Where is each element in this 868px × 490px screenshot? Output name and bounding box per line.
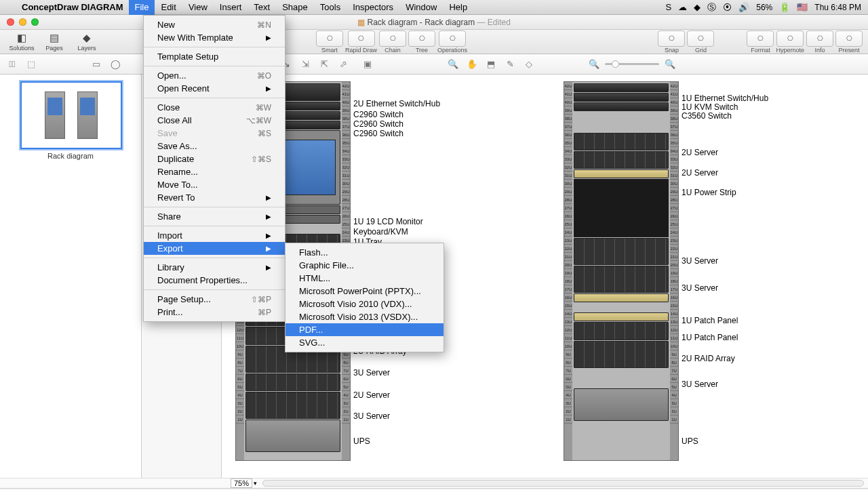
diamond-icon[interactable]: ◆ <box>694 2 701 12</box>
menu-item-print-[interactable]: Print...⌘P <box>144 306 285 319</box>
device-server[interactable] <box>574 341 669 368</box>
zoom-in-icon2[interactable]: 🔍 <box>663 58 677 70</box>
menu-item-open-[interactable]: Open...⌘O <box>144 69 285 82</box>
device-powerstrip[interactable] <box>574 169 669 178</box>
menu-tools[interactable]: Tools <box>314 0 347 15</box>
device-patch-panel[interactable] <box>574 312 669 321</box>
menu-item-open-recent[interactable]: Open Recent▶ <box>144 82 285 95</box>
menu-window[interactable]: Window <box>399 0 443 15</box>
menu-insert[interactable]: Insert <box>214 0 248 15</box>
menu-item-new-with-template[interactable]: New With Template▶ <box>144 31 285 44</box>
eyedropper-icon[interactable]: ✎ <box>503 58 517 70</box>
device-server[interactable] <box>574 238 669 265</box>
zoom-select[interactable]: 75% <box>231 478 252 488</box>
zoom-out-icon[interactable]: 🔍 <box>587 58 601 70</box>
container-icon[interactable]: ▣ <box>361 58 374 70</box>
connector2-icon[interactable]: ⇲ <box>298 58 312 70</box>
menu-item-move-to-[interactable]: Move To... <box>144 178 285 191</box>
menu-view[interactable]: View <box>182 0 214 15</box>
menu-item-rename-[interactable]: Rename... <box>144 165 285 178</box>
connector3-icon[interactable]: ⇱ <box>317 58 331 70</box>
select-tool-icon[interactable]: ⬚ <box>24 58 38 70</box>
menu-item-import[interactable]: Import▶ <box>144 229 285 242</box>
device-ups[interactable] <box>245 420 340 452</box>
menu-item-template-setup[interactable]: Template Setup <box>144 50 285 63</box>
page-thumbnail[interactable] <box>20 81 122 149</box>
device-raid[interactable] <box>574 322 669 340</box>
toolbar-format[interactable]: ⎔Format <box>747 30 774 54</box>
connector4-icon[interactable]: ⬀ <box>336 58 350 70</box>
device-server[interactable] <box>245 392 340 419</box>
cloud-icon[interactable]: ☁ <box>678 2 687 12</box>
toolbar-solutions[interactable]: ◧Solutions <box>5 31 38 53</box>
toolbar-layers[interactable]: ◆Layers <box>71 31 103 53</box>
crop-tool-icon[interactable]: ⬒ <box>484 58 498 70</box>
device-switch[interactable] <box>574 83 669 92</box>
ellipse-shape-icon[interactable]: ◯ <box>108 58 122 70</box>
horizontal-scrollbar[interactable] <box>262 480 864 487</box>
export-item-flash-[interactable]: Flash... <box>285 246 443 259</box>
export-item-svg-[interactable]: SVG... <box>285 336 443 349</box>
hand-tool-icon[interactable]: ✋ <box>465 58 479 70</box>
volume-icon[interactable]: 🔊 <box>738 2 749 12</box>
export-item-microsoft-visio-vsdx-[interactable]: Microsoft Visio 2013 (VSDX)... <box>285 310 443 323</box>
minimize-window-button[interactable] <box>19 18 26 26</box>
zoom-in-icon[interactable]: 🔍 <box>446 58 460 70</box>
menu-item-page-setup-[interactable]: Page Setup...⇧⌘P <box>144 293 285 306</box>
skype-icon[interactable]: Ⓢ <box>707 1 716 14</box>
battery-icon[interactable]: 🔋 <box>779 2 790 12</box>
wifi-icon[interactable]: ⦿ <box>723 2 732 12</box>
toolbar-chain[interactable]: ⎔Chain <box>379 30 406 54</box>
menu-item-export[interactable]: Export▶ <box>144 242 285 255</box>
menu-item-library[interactable]: Library▶ <box>144 261 285 274</box>
toolbar-rapid-draw[interactable]: ⎔Rapid Draw <box>345 30 377 54</box>
device-ups[interactable] <box>574 388 669 421</box>
export-item-microsoft-powerpoint-pptx-[interactable]: Microsoft PowerPoint (PPTX)... <box>285 285 443 298</box>
device-server[interactable] <box>574 133 669 150</box>
device-server[interactable] <box>245 373 340 391</box>
rect-shape-icon[interactable]: ▭ <box>90 58 103 70</box>
device-patch-panel[interactable] <box>574 293 669 302</box>
menu-item-new[interactable]: New⌘N <box>144 18 285 31</box>
export-item-html-[interactable]: HTML... <box>285 272 443 285</box>
menu-item-save-as-[interactable]: Save As... <box>144 140 285 152</box>
device-server[interactable] <box>574 151 669 169</box>
export-item-graphic-file-[interactable]: Graphic File... <box>285 259 443 272</box>
rack-2[interactable]: 42U41U40U39U38U37U36U35U34U33U32U31U30U2… <box>564 81 679 461</box>
toolbar-smart[interactable]: ⎔Smart <box>316 30 343 54</box>
toolbar-hypernote[interactable]: ⎔Hypernote <box>776 30 804 54</box>
export-item-microsoft-visio-vdx-[interactable]: Microsoft Visio 2010 (VDX)... <box>285 298 443 310</box>
toolbar-pages[interactable]: ▤Pages <box>38 31 71 53</box>
device-switch[interactable] <box>574 93 669 102</box>
menu-item-close-all[interactable]: Close All⌥⌘W <box>144 114 285 127</box>
menu-item-duplicate[interactable]: Duplicate⇧⌘S <box>144 152 285 165</box>
zoom-dropdown-icon[interactable]: ▾ <box>252 480 258 487</box>
menu-shape[interactable]: Shape <box>276 0 314 15</box>
toolbar-info[interactable]: ⎔Info <box>806 30 833 54</box>
toolbar-tree[interactable]: ⎔Tree <box>408 30 435 54</box>
menu-item-revert-to[interactable]: Revert To▶ <box>144 191 285 204</box>
toolbar-grid[interactable]: ⎔Grid <box>687 30 714 54</box>
flag-icon[interactable]: 🇺🇸 <box>797 2 808 12</box>
device-label: Keyboard/KVM <box>353 227 408 237</box>
toolbar-snap[interactable]: ⎔Snap <box>658 30 685 54</box>
menu-item-share[interactable]: Share▶ <box>144 210 285 223</box>
status-icon[interactable]: S <box>666 2 672 12</box>
toolbar-operations[interactable]: ⎔Operations <box>437 30 467 54</box>
device-server[interactable] <box>574 266 669 293</box>
menu-edit[interactable]: Edit <box>155 0 182 15</box>
zoom-window-button[interactable] <box>31 18 39 26</box>
menu-text[interactable]: Text <box>248 0 276 15</box>
menu-help[interactable]: Help <box>443 0 473 15</box>
device-switch[interactable] <box>574 102 669 111</box>
menu-item-close[interactable]: Close⌘W <box>144 101 285 114</box>
menu-file[interactable]: File <box>129 0 155 15</box>
menu-item-document-properties-[interactable]: Document Properties... <box>144 274 285 287</box>
eraser-icon[interactable]: ◇ <box>522 58 536 70</box>
toolbar-present[interactable]: ⎔Present <box>835 30 863 54</box>
close-window-button[interactable] <box>7 18 14 26</box>
export-item-pdf-[interactable]: PDF... <box>285 323 443 336</box>
pointer-tool-icon[interactable]: ▭⃕ <box>5 58 19 70</box>
zoom-slider[interactable] <box>605 63 659 65</box>
menu-inspectors[interactable]: Inspectors <box>347 0 399 15</box>
